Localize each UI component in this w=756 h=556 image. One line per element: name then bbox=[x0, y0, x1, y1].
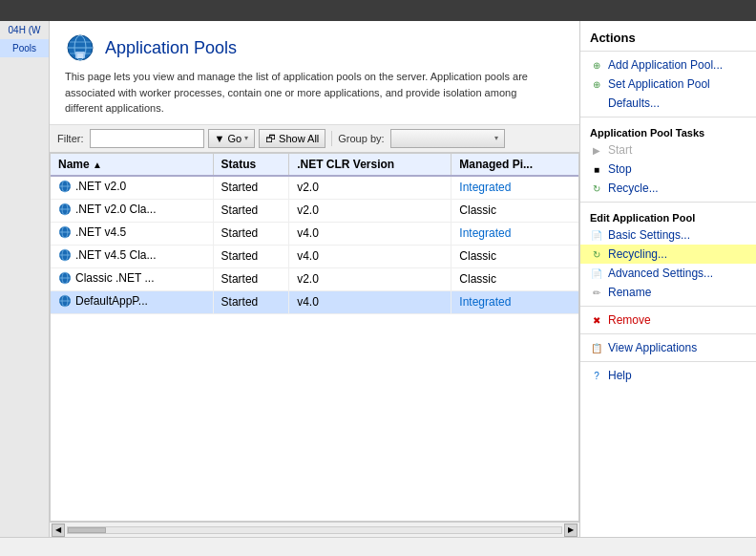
cell-status: Started bbox=[213, 222, 289, 245]
page-icon bbox=[65, 32, 95, 63]
col-name[interactable]: Name ▲ bbox=[51, 154, 213, 176]
action-advanced-settings[interactable]: 📄 Advanced Settings... bbox=[580, 264, 756, 283]
status-bar bbox=[0, 537, 756, 556]
page-header: Application Pools This page lets you vie… bbox=[50, 21, 579, 125]
go-dropdown-arrow: ▾ bbox=[244, 134, 248, 142]
col-status[interactable]: Status bbox=[213, 154, 289, 176]
toolbar: Filter: ▼ Go ▾ 🗗 Show All Group by: ▾ bbox=[50, 125, 579, 153]
action-view-applications[interactable]: 📋 View Applications bbox=[580, 338, 756, 357]
table-body: .NET v2.0Startedv2.0Integrated.NET v2.0 … bbox=[51, 176, 578, 314]
show-all-button[interactable]: 🗗 Show All bbox=[259, 129, 326, 148]
go-button[interactable]: ▼ Go ▾ bbox=[208, 129, 256, 148]
cell-clr: v2.0 bbox=[289, 176, 452, 200]
view-icon: 📋 bbox=[590, 341, 603, 354]
filter-input[interactable] bbox=[90, 129, 204, 148]
scroll-thumb[interactable] bbox=[68, 527, 106, 533]
table-header-row: Name ▲ Status .NET CLR Version Managed P… bbox=[51, 154, 578, 176]
cell-status: Started bbox=[213, 290, 289, 313]
scroll-right-btn[interactable]: ▶ bbox=[564, 524, 578, 537]
sep3 bbox=[580, 306, 756, 307]
table-row[interactable]: Classic .NET ...Startedv2.0Classic bbox=[51, 267, 578, 290]
table-row[interactable]: .NET v2.0 Cla...Startedv2.0Classic bbox=[51, 199, 578, 222]
content-area: Application Pools This page lets you vie… bbox=[50, 21, 579, 537]
group-by-label: Group by: bbox=[338, 133, 384, 144]
cell-managed: Classic bbox=[452, 267, 578, 290]
left-nav: 04H (W Pools bbox=[0, 21, 50, 537]
table-row[interactable]: .NET v2.0Startedv2.0Integrated bbox=[51, 176, 578, 200]
advanced-icon: 📄 bbox=[590, 267, 603, 280]
actions-title: Actions bbox=[580, 29, 756, 52]
action-set-pool[interactable]: ⊕ Set Application Pool bbox=[580, 75, 756, 94]
action-rename[interactable]: ✏ Rename bbox=[580, 283, 756, 302]
col-clr[interactable]: .NET CLR Version bbox=[289, 154, 452, 176]
cell-managed: Classic bbox=[452, 245, 578, 267]
cell-name: .NET v2.0 Cla... bbox=[51, 199, 213, 222]
sep5 bbox=[580, 361, 756, 362]
cell-name: .NET v2.0 bbox=[51, 176, 213, 200]
group-by-arrow: ▾ bbox=[494, 134, 498, 142]
action-basic-settings[interactable]: 📄 Basic Settings... bbox=[580, 225, 756, 245]
table-row[interactable]: .NET v4.5Startedv4.0Integrated bbox=[51, 222, 578, 245]
sep4 bbox=[580, 333, 756, 334]
cell-managed: Classic bbox=[452, 199, 578, 222]
cell-name: .NET v4.5 Cla... bbox=[51, 245, 213, 267]
page-title-row: Application Pools bbox=[65, 32, 564, 63]
table-row[interactable]: DefaultAppP...Startedv4.0Integrated bbox=[51, 290, 578, 313]
settings-icon: 📄 bbox=[590, 228, 603, 242]
stop-icon: ■ bbox=[590, 162, 603, 176]
cell-clr: v4.0 bbox=[289, 222, 452, 245]
page-description: This page lets you view and manage the l… bbox=[65, 69, 542, 117]
app-pools-table: Name ▲ Status .NET CLR Version Managed P… bbox=[51, 154, 578, 314]
action-recycling[interactable]: ↻ Recycling... bbox=[580, 245, 756, 264]
cell-clr: v4.0 bbox=[289, 245, 452, 267]
recycle-icon: ↻ bbox=[590, 182, 603, 195]
col-managed[interactable]: Managed Pi... bbox=[452, 154, 578, 176]
sep2 bbox=[580, 202, 756, 203]
cell-clr: v2.0 bbox=[289, 267, 452, 290]
help-icon: ? bbox=[590, 369, 603, 382]
action-remove[interactable]: ✖ Remove bbox=[580, 310, 756, 330]
scroll-left-btn[interactable]: ◀ bbox=[52, 524, 65, 537]
cell-managed: Integrated bbox=[452, 290, 578, 313]
action-defaults[interactable]: Defaults... bbox=[580, 94, 756, 113]
cell-name: Classic .NET ... bbox=[51, 267, 213, 290]
sep1 bbox=[580, 117, 756, 118]
page-title: Application Pools bbox=[105, 38, 237, 58]
filter-icon: ▼ bbox=[215, 133, 225, 144]
group-by-button[interactable]: ▾ bbox=[390, 129, 505, 148]
remove-icon: ✖ bbox=[590, 313, 603, 327]
cell-status: Started bbox=[213, 199, 289, 222]
action-start[interactable]: ▶ Start bbox=[580, 140, 756, 160]
action-add-pool[interactable]: ⊕ Add Application Pool... bbox=[580, 55, 756, 75]
table-row[interactable]: .NET v4.5 Cla...Startedv4.0Classic bbox=[51, 245, 578, 267]
recycling-icon: ↻ bbox=[590, 247, 603, 261]
toolbar-separator bbox=[331, 131, 332, 146]
cell-name: DefaultAppP... bbox=[51, 290, 213, 313]
cell-managed: Integrated bbox=[452, 222, 578, 245]
filter-label: Filter: bbox=[57, 133, 84, 144]
table-container[interactable]: Name ▲ Status .NET CLR Version Managed P… bbox=[50, 153, 579, 523]
show-all-icon: 🗗 bbox=[265, 133, 276, 144]
action-help[interactable]: ? Help bbox=[580, 366, 756, 385]
cell-status: Started bbox=[213, 267, 289, 290]
play-icon: ▶ bbox=[590, 143, 603, 157]
cell-managed: Integrated bbox=[452, 176, 578, 200]
set-icon: ⊕ bbox=[590, 77, 603, 91]
cell-name: .NET v4.5 bbox=[51, 222, 213, 245]
left-nav-item-2[interactable]: Pools bbox=[0, 39, 49, 57]
action-recycle[interactable]: ↻ Recycle... bbox=[580, 179, 756, 198]
cell-clr: v2.0 bbox=[289, 199, 452, 222]
actions-panel: Actions ⊕ Add Application Pool... ⊕ Set … bbox=[579, 21, 756, 537]
main-container: 04H (W Pools Appli bbox=[0, 21, 756, 537]
cell-clr: v4.0 bbox=[289, 290, 452, 313]
top-bar bbox=[0, 0, 756, 21]
action-stop[interactable]: ■ Stop bbox=[580, 160, 756, 179]
section-edit: Edit Application Pool bbox=[580, 206, 756, 225]
section-tasks: Application Pool Tasks bbox=[580, 121, 756, 140]
cell-status: Started bbox=[213, 245, 289, 267]
scroll-track[interactable] bbox=[67, 526, 562, 534]
rename-icon: ✏ bbox=[590, 286, 603, 299]
left-nav-item-1[interactable]: 04H (W bbox=[0, 21, 49, 39]
cell-status: Started bbox=[213, 176, 289, 200]
scroll-bar[interactable]: ◀ ▶ bbox=[50, 522, 579, 537]
